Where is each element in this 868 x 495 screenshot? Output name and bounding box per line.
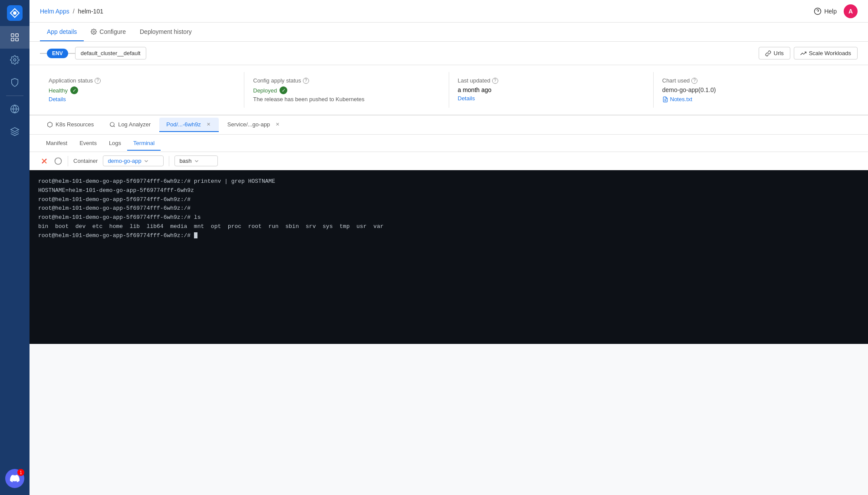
sidebar-item-stack[interactable] xyxy=(0,120,30,143)
config-status-label: Config apply status ? xyxy=(253,77,440,84)
svg-point-19 xyxy=(55,158,62,164)
tab-configure-label: Configure xyxy=(99,28,126,35)
terminal-area[interactable]: root@helm-101-demo-go-app-5f69774fff-6wh… xyxy=(30,170,868,344)
log-search-icon xyxy=(109,122,115,128)
terminal-line-4: root@helm-101-demo-go-app-5f69774fff-6wh… xyxy=(38,213,859,222)
last-updated-details-link[interactable]: Details xyxy=(458,95,644,102)
tab-deployment-history-label: Deployment history xyxy=(140,28,192,35)
sidebar-item-security[interactable] xyxy=(0,71,30,94)
tab-app-details[interactable]: App details xyxy=(40,23,84,41)
tab-configure[interactable]: Configure xyxy=(84,23,133,41)
sidebar-item-apps[interactable] xyxy=(0,26,30,49)
app-status-info-icon[interactable]: ? xyxy=(95,78,101,84)
app-status-healthy-text: Healthy xyxy=(49,87,68,94)
chart-used-value: demo-go-app(0.1.0) xyxy=(662,86,849,93)
config-status-value: Deployed ✓ xyxy=(253,86,440,94)
help-button[interactable]: Help xyxy=(814,7,837,15)
svg-rect-4 xyxy=(11,38,14,41)
breadcrumb-parent[interactable]: Helm Apps xyxy=(40,8,69,15)
avatar-letter: A xyxy=(848,8,853,15)
svg-marker-9 xyxy=(11,128,19,132)
svg-rect-3 xyxy=(16,34,18,36)
terminal-disconnect-button[interactable] xyxy=(40,157,49,165)
chart-used-card: Chart used ? demo-go-app(0.1.0) Notes.tx… xyxy=(654,72,858,108)
scale-workloads-button[interactable]: Scale Workloads xyxy=(794,47,858,59)
resource-tab-log-analyzer[interactable]: Log Analyzer xyxy=(102,118,158,132)
resource-tab-service[interactable]: Service/...go-app ✕ xyxy=(220,118,288,132)
configure-gear-icon xyxy=(91,29,97,35)
sub-tab-manifest[interactable]: Manifest xyxy=(40,136,73,151)
last-updated-info-icon[interactable]: ? xyxy=(492,78,498,84)
terminal-separator-2 xyxy=(169,156,169,166)
env-selector: ENV default_cluster__default xyxy=(40,47,146,59)
chart-used-info-icon[interactable]: ? xyxy=(691,78,697,84)
config-status-label-text: Config apply status xyxy=(253,77,301,84)
last-updated-label: Last updated ? xyxy=(458,77,644,84)
container-selector[interactable]: demo-go-app xyxy=(103,155,164,166)
container-label: Container xyxy=(73,158,98,164)
resource-tab-pod[interactable]: Pod/...-6wh9z ✕ xyxy=(159,118,219,132)
shell-dropdown-icon xyxy=(194,158,200,164)
terminal-toolbar: Container demo-go-app bash xyxy=(30,152,868,170)
notes-file-icon xyxy=(662,96,668,102)
deployed-check-icon: ✓ xyxy=(279,86,287,94)
discord-badge: 1 xyxy=(17,469,24,476)
sidebar: 1 xyxy=(0,0,30,495)
header-breadcrumb: Helm Apps / helm-101 xyxy=(40,8,103,15)
container-dropdown-icon xyxy=(143,158,149,164)
chart-used-label-text: Chart used xyxy=(662,77,690,84)
sub-tab-logs-label: Logs xyxy=(109,140,121,146)
healthy-check-icon: ✓ xyxy=(70,86,78,94)
svg-point-12 xyxy=(93,31,95,33)
sub-tab-events-label: Events xyxy=(79,140,97,146)
sub-tab-manifest-label: Manifest xyxy=(46,140,67,146)
shell-name: bash xyxy=(179,158,191,164)
env-line-right xyxy=(68,53,75,54)
pod-tab-close[interactable]: ✕ xyxy=(205,121,212,128)
env-badge[interactable]: ENV xyxy=(47,49,68,58)
sub-tab-terminal-label: Terminal xyxy=(133,140,155,146)
user-avatar[interactable]: A xyxy=(844,4,858,18)
main-content: Helm Apps / helm-101 Help A App details xyxy=(30,0,868,495)
urls-button-label: Urls xyxy=(774,50,784,56)
app-status-label: Application status ? xyxy=(49,77,235,84)
terminal-line-5: bin boot dev etc home lib lib64 media mn… xyxy=(38,222,859,231)
tab-app-details-label: App details xyxy=(47,28,77,35)
log-analyzer-label: Log Analyzer xyxy=(118,121,151,128)
sub-tab-events[interactable]: Events xyxy=(73,136,103,151)
sidebar-item-global[interactable] xyxy=(0,98,30,120)
sub-tab-logs[interactable]: Logs xyxy=(103,136,127,151)
disconnect-icon xyxy=(40,157,49,165)
last-updated-card: Last updated ? a month ago Details xyxy=(449,72,654,108)
header-actions: Help A xyxy=(814,4,858,18)
tab-deployment-history[interactable]: Deployment history xyxy=(133,23,199,41)
app-status-details-link[interactable]: Details xyxy=(49,96,235,102)
app-status-label-text: Application status xyxy=(49,77,93,84)
app-status-value: Healthy ✓ xyxy=(49,86,235,94)
resource-section: K8s Resources Log Analyzer Pod/...-6wh9z… xyxy=(30,115,868,344)
env-dropdown[interactable]: default_cluster__default xyxy=(75,47,146,59)
sidebar-bottom: 1 xyxy=(5,469,24,495)
resource-tabs: K8s Resources Log Analyzer Pod/...-6wh9z… xyxy=(30,116,868,135)
shell-selector[interactable]: bash xyxy=(174,155,218,166)
service-tab-close[interactable]: ✕ xyxy=(274,121,281,128)
discord-button[interactable]: 1 xyxy=(5,469,24,488)
resource-tab-k8s[interactable]: K8s Resources xyxy=(40,118,101,132)
header: Helm Apps / helm-101 Help A xyxy=(30,0,868,23)
sidebar-item-settings[interactable] xyxy=(0,49,30,71)
config-status-info-icon[interactable]: ? xyxy=(303,78,309,84)
terminal-line-1: HOSTNAME=helm-101-demo-go-app-5f69774fff… xyxy=(38,186,859,195)
terminal-cursor xyxy=(194,232,197,238)
pod-tab-label: Pod/...-6wh9z xyxy=(166,121,201,128)
env-line-left xyxy=(40,53,47,54)
terminal-line-2: root@helm-101-demo-go-app-5f69774fff-6wh… xyxy=(38,195,859,205)
k8s-cube-icon xyxy=(47,122,53,128)
sub-tab-terminal[interactable]: Terminal xyxy=(127,136,161,151)
help-icon xyxy=(814,7,822,15)
scale-icon xyxy=(800,50,806,56)
urls-button[interactable]: Urls xyxy=(759,47,790,59)
app-status-card: Application status ? Healthy ✓ Details xyxy=(40,72,244,108)
notes-link[interactable]: Notes.txt xyxy=(662,96,849,102)
terminal-stop-button[interactable] xyxy=(54,157,62,165)
k8s-tab-label: K8s Resources xyxy=(56,121,94,128)
